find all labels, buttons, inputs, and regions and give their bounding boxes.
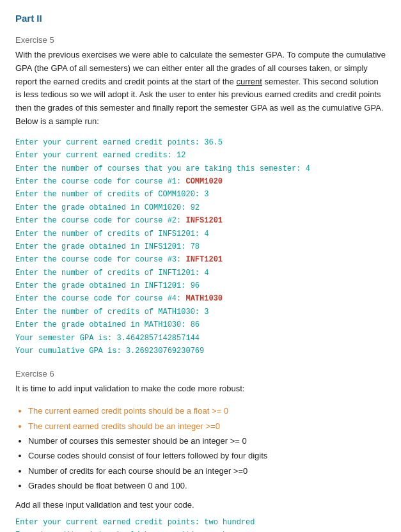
exercise5-description: With the previous exercises we were able… (15, 49, 386, 129)
bullet-3: Number of courses this semester should b… (28, 434, 386, 448)
bullet-1: The current earned credit points should … (28, 403, 386, 418)
bullet-4: Course codes should consist of four lett… (28, 448, 386, 463)
bullet-5: Number of credits for each course should… (28, 464, 386, 478)
exercise5-section: Exercise 5 With the previous exercises w… (15, 35, 386, 357)
exercise6-code: Enter your current earned credit points:… (15, 516, 386, 532)
part-title-section: Part II (15, 13, 386, 24)
add-validation-text: Add all these input validation and test … (15, 500, 386, 510)
exercise6-label: Exercise 6 (15, 369, 386, 379)
exercise6-bullets: The current earned credit points should … (28, 403, 386, 493)
part-title: Part II (15, 13, 386, 24)
exercise6-code-content: Enter your current earned credit points:… (15, 518, 319, 532)
code-line-1: Enter your current earned credit points:… (15, 138, 310, 356)
bullet-6: Grades should be float between 0 and 100… (28, 478, 386, 493)
exercise5-code: Enter your current earned credit points:… (15, 136, 386, 358)
page-container: Part II Exercise 5 With the previous exe… (15, 13, 386, 532)
bullet-2: The current earned credits should be an … (28, 419, 386, 434)
exercise6-section: Exercise 6 It is time to add input valid… (15, 369, 386, 532)
exercise6-intro: It is time to add input validation to ma… (15, 382, 386, 396)
exercise5-label: Exercise 5 (15, 35, 386, 45)
